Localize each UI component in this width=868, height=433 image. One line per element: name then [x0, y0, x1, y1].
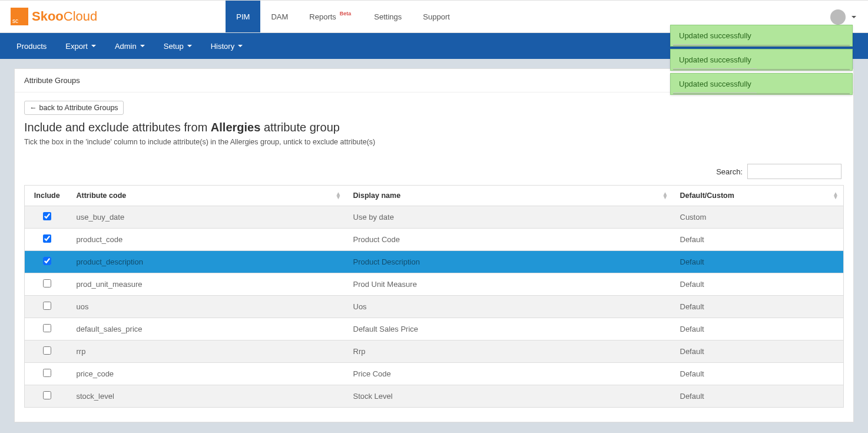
arrow-left-icon: ← [29, 104, 37, 112]
cell-type: Default [673, 251, 844, 273]
table-row[interactable]: product_descriptionProduct DescriptionDe… [25, 251, 844, 273]
sort-icon: ▲▼ [662, 192, 668, 199]
toast-stack: Updated successfullyUpdated successfully… [670, 25, 853, 95]
search-input[interactable] [747, 164, 842, 179]
cell-display-name: Prod Unit Measure [346, 273, 673, 296]
cell-type: Default [673, 296, 844, 318]
cell-attribute-code: stock_level [69, 385, 346, 408]
badge: Beta [338, 11, 353, 16]
col-default-custom[interactable]: Default/Custom▲▼ [673, 186, 844, 206]
include-checkbox[interactable] [43, 302, 51, 310]
table-row[interactable]: uosUosDefault [25, 296, 844, 318]
cell-type: Default [673, 363, 844, 385]
toast-progress [673, 44, 713, 45]
sort-icon: ▲▼ [833, 192, 839, 199]
toast-success[interactable]: Updated successfully [670, 25, 853, 47]
cell-type: Default [673, 273, 844, 296]
cell-type: Custom [673, 206, 844, 229]
page-title: Include and exclude attributes from Alle… [24, 121, 844, 134]
table-row[interactable]: prod_unit_measureProd Unit MeasureDefaul… [25, 273, 844, 296]
cell-attribute-code: product_description [69, 251, 346, 273]
subnav-item-export[interactable]: Export [56, 33, 105, 59]
cell-display-name: Stock Level [346, 385, 673, 408]
cell-type: Default [673, 229, 844, 251]
cell-type: Default [673, 341, 844, 363]
col-include[interactable]: Include [25, 186, 69, 206]
cell-attribute-code: prod_unit_measure [69, 273, 346, 296]
main-panel: Attribute Groups ← back to Attribute Gro… [14, 68, 854, 422]
cell-display-name: Default Sales Price [346, 318, 673, 341]
cell-type: Default [673, 318, 844, 341]
avatar [830, 9, 846, 25]
topnav-item-support[interactable]: Support [412, 1, 460, 32]
include-checkbox[interactable] [43, 234, 51, 243]
search-label: Search: [716, 167, 743, 176]
cell-attribute-code: price_code [69, 363, 346, 385]
include-checkbox[interactable] [43, 346, 51, 355]
subnav-item-products[interactable]: Products [7, 33, 56, 59]
col-display-name[interactable]: Display name▲▼ [346, 186, 673, 206]
subnav-item-admin[interactable]: Admin [105, 33, 154, 59]
chevron-down-icon [238, 45, 243, 47]
topnav-item-reports[interactable]: ReportsBeta [299, 1, 363, 32]
table-row[interactable]: use_buy_dateUse by dateCustom [25, 206, 844, 229]
include-checkbox[interactable] [43, 324, 51, 332]
table-toolbar: Search: [24, 164, 842, 179]
logo-square: sc [11, 8, 28, 25]
cell-attribute-code: rrp [69, 341, 346, 363]
topnav-item-dam[interactable]: DAM [260, 1, 299, 32]
include-checkbox[interactable] [43, 391, 51, 399]
cell-display-name: Rrp [346, 341, 673, 363]
include-checkbox[interactable] [43, 369, 51, 377]
cell-display-name: Use by date [346, 206, 673, 229]
topnav-item-pim[interactable]: PIM [226, 1, 260, 32]
topnav-item-settings[interactable]: Settings [363, 1, 412, 32]
cell-attribute-code: uos [69, 296, 346, 318]
subnav-item-history[interactable]: History [201, 33, 252, 59]
attributes-table: Include Attribute code▲▼ Display name▲▼ … [24, 185, 844, 408]
include-checkbox[interactable] [43, 257, 51, 265]
brand-logo[interactable]: sc SkooCloud [0, 1, 108, 32]
cell-display-name: Product Code [346, 229, 673, 251]
back-button-label: back to Attribute Groups [39, 104, 118, 112]
cell-display-name: Price Code [346, 363, 673, 385]
sort-icon: ▲▼ [336, 192, 342, 199]
cell-display-name: Product Description [346, 251, 673, 273]
table-row[interactable]: stock_levelStock LevelDefault [25, 385, 844, 408]
chevron-down-icon [91, 45, 96, 47]
cell-type: Default [673, 385, 844, 408]
page-subtitle: Tick the box in the 'include' column to … [24, 138, 844, 146]
table-row[interactable]: rrpRrpDefault [25, 341, 844, 363]
toast-progress [673, 68, 757, 70]
chevron-down-icon [852, 16, 856, 18]
toast-success[interactable]: Updated successfully [670, 49, 853, 71]
subnav-item-setup[interactable]: Setup [154, 33, 201, 59]
table-row[interactable]: price_codePrice CodeDefault [25, 363, 844, 385]
include-checkbox[interactable] [43, 279, 51, 287]
toast-success[interactable]: Updated successfully [670, 73, 853, 95]
cell-display-name: Uos [346, 296, 673, 318]
table-row[interactable]: product_codeProduct CodeDefault [25, 229, 844, 251]
chevron-down-icon [187, 45, 192, 47]
cell-attribute-code: product_code [69, 229, 346, 251]
logo-text: SkooCloud [32, 9, 97, 24]
cell-attribute-code: default_sales_price [69, 318, 346, 341]
include-checkbox[interactable] [43, 212, 51, 220]
toast-progress [673, 92, 757, 94]
chevron-down-icon [140, 45, 145, 47]
back-button[interactable]: ← back to Attribute Groups [24, 101, 124, 115]
col-attribute-code[interactable]: Attribute code▲▼ [69, 186, 346, 206]
cell-attribute-code: use_buy_date [69, 206, 346, 229]
table-row[interactable]: default_sales_priceDefault Sales PriceDe… [25, 318, 844, 341]
